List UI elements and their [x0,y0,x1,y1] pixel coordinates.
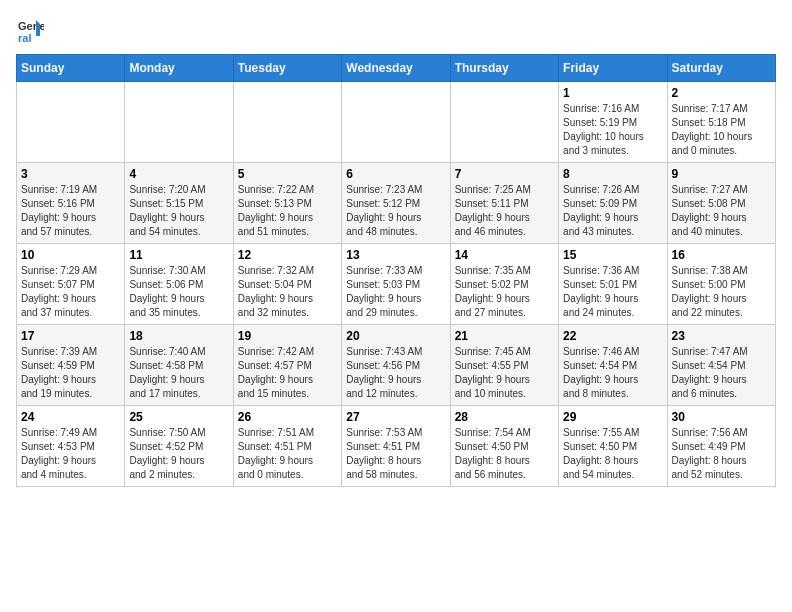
calendar-cell: 19Sunrise: 7:42 AM Sunset: 4:57 PM Dayli… [233,325,341,406]
day-number: 23 [672,329,771,343]
calendar-cell: 18Sunrise: 7:40 AM Sunset: 4:58 PM Dayli… [125,325,233,406]
day-number: 6 [346,167,445,181]
calendar-body: 1Sunrise: 7:16 AM Sunset: 5:19 PM Daylig… [17,82,776,487]
day-number: 22 [563,329,662,343]
day-number: 1 [563,86,662,100]
day-info: Sunrise: 7:35 AM Sunset: 5:02 PM Dayligh… [455,264,554,320]
day-info: Sunrise: 7:22 AM Sunset: 5:13 PM Dayligh… [238,183,337,239]
calendar-header: SundayMondayTuesdayWednesdayThursdayFrid… [17,55,776,82]
day-info: Sunrise: 7:42 AM Sunset: 4:57 PM Dayligh… [238,345,337,401]
calendar-cell [342,82,450,163]
weekday-header-saturday: Saturday [667,55,775,82]
calendar-cell: 14Sunrise: 7:35 AM Sunset: 5:02 PM Dayli… [450,244,558,325]
day-info: Sunrise: 7:30 AM Sunset: 5:06 PM Dayligh… [129,264,228,320]
weekday-header-thursday: Thursday [450,55,558,82]
calendar-cell: 25Sunrise: 7:50 AM Sunset: 4:52 PM Dayli… [125,406,233,487]
day-info: Sunrise: 7:49 AM Sunset: 4:53 PM Dayligh… [21,426,120,482]
calendar-cell: 6Sunrise: 7:23 AM Sunset: 5:12 PM Daylig… [342,163,450,244]
calendar-cell: 20Sunrise: 7:43 AM Sunset: 4:56 PM Dayli… [342,325,450,406]
day-number: 12 [238,248,337,262]
day-info: Sunrise: 7:46 AM Sunset: 4:54 PM Dayligh… [563,345,662,401]
day-info: Sunrise: 7:39 AM Sunset: 4:59 PM Dayligh… [21,345,120,401]
day-number: 10 [21,248,120,262]
calendar-cell: 12Sunrise: 7:32 AM Sunset: 5:04 PM Dayli… [233,244,341,325]
day-info: Sunrise: 7:50 AM Sunset: 4:52 PM Dayligh… [129,426,228,482]
day-info: Sunrise: 7:26 AM Sunset: 5:09 PM Dayligh… [563,183,662,239]
calendar-cell: 4Sunrise: 7:20 AM Sunset: 5:15 PM Daylig… [125,163,233,244]
day-number: 5 [238,167,337,181]
day-number: 21 [455,329,554,343]
calendar-cell: 11Sunrise: 7:30 AM Sunset: 5:06 PM Dayli… [125,244,233,325]
calendar-cell [17,82,125,163]
day-info: Sunrise: 7:29 AM Sunset: 5:07 PM Dayligh… [21,264,120,320]
day-number: 7 [455,167,554,181]
weekday-row: SundayMondayTuesdayWednesdayThursdayFrid… [17,55,776,82]
day-number: 4 [129,167,228,181]
week-row-1: 1Sunrise: 7:16 AM Sunset: 5:19 PM Daylig… [17,82,776,163]
calendar-cell: 22Sunrise: 7:46 AM Sunset: 4:54 PM Dayli… [559,325,667,406]
day-number: 26 [238,410,337,424]
weekday-header-sunday: Sunday [17,55,125,82]
day-info: Sunrise: 7:17 AM Sunset: 5:18 PM Dayligh… [672,102,771,158]
day-number: 11 [129,248,228,262]
day-number: 27 [346,410,445,424]
logo: Gene ral [16,16,48,44]
calendar-cell: 10Sunrise: 7:29 AM Sunset: 5:07 PM Dayli… [17,244,125,325]
weekday-header-wednesday: Wednesday [342,55,450,82]
day-number: 9 [672,167,771,181]
logo-icon: Gene ral [16,16,44,44]
week-row-2: 3Sunrise: 7:19 AM Sunset: 5:16 PM Daylig… [17,163,776,244]
day-number: 17 [21,329,120,343]
day-info: Sunrise: 7:16 AM Sunset: 5:19 PM Dayligh… [563,102,662,158]
calendar-cell: 30Sunrise: 7:56 AM Sunset: 4:49 PM Dayli… [667,406,775,487]
day-number: 18 [129,329,228,343]
day-number: 2 [672,86,771,100]
day-info: Sunrise: 7:20 AM Sunset: 5:15 PM Dayligh… [129,183,228,239]
day-info: Sunrise: 7:43 AM Sunset: 4:56 PM Dayligh… [346,345,445,401]
day-info: Sunrise: 7:38 AM Sunset: 5:00 PM Dayligh… [672,264,771,320]
day-number: 28 [455,410,554,424]
day-number: 20 [346,329,445,343]
calendar-cell: 1Sunrise: 7:16 AM Sunset: 5:19 PM Daylig… [559,82,667,163]
day-info: Sunrise: 7:23 AM Sunset: 5:12 PM Dayligh… [346,183,445,239]
calendar-cell: 9Sunrise: 7:27 AM Sunset: 5:08 PM Daylig… [667,163,775,244]
day-info: Sunrise: 7:32 AM Sunset: 5:04 PM Dayligh… [238,264,337,320]
day-number: 3 [21,167,120,181]
calendar-cell: 24Sunrise: 7:49 AM Sunset: 4:53 PM Dayli… [17,406,125,487]
day-number: 15 [563,248,662,262]
calendar-cell [125,82,233,163]
calendar-cell: 3Sunrise: 7:19 AM Sunset: 5:16 PM Daylig… [17,163,125,244]
weekday-header-tuesday: Tuesday [233,55,341,82]
calendar-cell: 15Sunrise: 7:36 AM Sunset: 5:01 PM Dayli… [559,244,667,325]
calendar-cell: 27Sunrise: 7:53 AM Sunset: 4:51 PM Dayli… [342,406,450,487]
day-info: Sunrise: 7:55 AM Sunset: 4:50 PM Dayligh… [563,426,662,482]
week-row-4: 17Sunrise: 7:39 AM Sunset: 4:59 PM Dayli… [17,325,776,406]
day-info: Sunrise: 7:53 AM Sunset: 4:51 PM Dayligh… [346,426,445,482]
day-info: Sunrise: 7:54 AM Sunset: 4:50 PM Dayligh… [455,426,554,482]
calendar-cell: 28Sunrise: 7:54 AM Sunset: 4:50 PM Dayli… [450,406,558,487]
day-info: Sunrise: 7:51 AM Sunset: 4:51 PM Dayligh… [238,426,337,482]
day-info: Sunrise: 7:27 AM Sunset: 5:08 PM Dayligh… [672,183,771,239]
svg-text:Gene: Gene [18,20,44,32]
calendar-table: SundayMondayTuesdayWednesdayThursdayFrid… [16,54,776,487]
day-number: 25 [129,410,228,424]
calendar-cell: 21Sunrise: 7:45 AM Sunset: 4:55 PM Dayli… [450,325,558,406]
calendar-cell: 17Sunrise: 7:39 AM Sunset: 4:59 PM Dayli… [17,325,125,406]
day-number: 13 [346,248,445,262]
week-row-5: 24Sunrise: 7:49 AM Sunset: 4:53 PM Dayli… [17,406,776,487]
svg-text:ral: ral [18,32,31,44]
day-number: 14 [455,248,554,262]
day-info: Sunrise: 7:36 AM Sunset: 5:01 PM Dayligh… [563,264,662,320]
day-info: Sunrise: 7:25 AM Sunset: 5:11 PM Dayligh… [455,183,554,239]
day-info: Sunrise: 7:40 AM Sunset: 4:58 PM Dayligh… [129,345,228,401]
week-row-3: 10Sunrise: 7:29 AM Sunset: 5:07 PM Dayli… [17,244,776,325]
calendar-cell: 13Sunrise: 7:33 AM Sunset: 5:03 PM Dayli… [342,244,450,325]
calendar-cell: 8Sunrise: 7:26 AM Sunset: 5:09 PM Daylig… [559,163,667,244]
day-info: Sunrise: 7:45 AM Sunset: 4:55 PM Dayligh… [455,345,554,401]
day-number: 19 [238,329,337,343]
day-number: 30 [672,410,771,424]
page-header: Gene ral [16,16,776,44]
day-number: 8 [563,167,662,181]
day-number: 24 [21,410,120,424]
calendar-cell: 29Sunrise: 7:55 AM Sunset: 4:50 PM Dayli… [559,406,667,487]
